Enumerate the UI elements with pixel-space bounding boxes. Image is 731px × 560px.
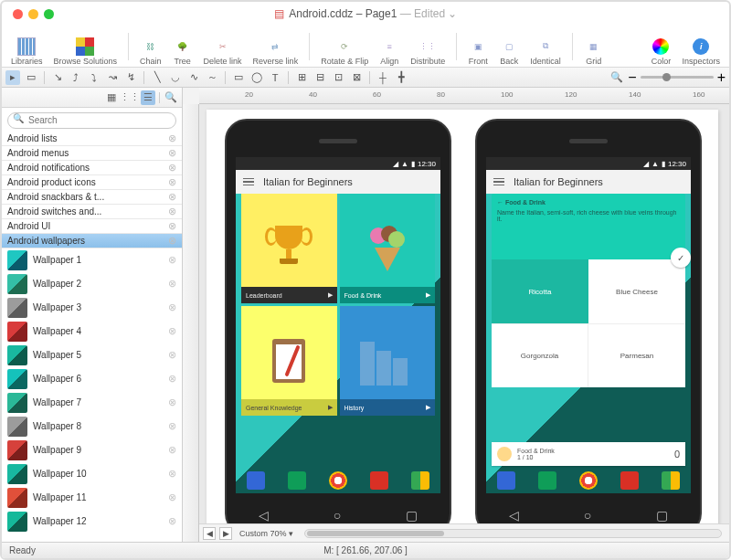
list-item[interactable]: Wallpaper 5⊗ [2, 343, 182, 367]
answer-blue-cheese[interactable]: Blue Cheese [588, 259, 685, 323]
close-icon[interactable]: ⊗ [168, 349, 176, 361]
cat-android-menus[interactable]: Android menus⊗ [2, 146, 182, 161]
close-icon[interactable]: ⊗ [168, 515, 176, 527]
search-input[interactable] [7, 112, 176, 129]
home-icon[interactable]: ○ [584, 508, 591, 523]
horizontal-scrollbar[interactable] [304, 529, 722, 538]
close-icon[interactable]: ⊗ [168, 235, 176, 247]
recents-icon[interactable]: ▢ [656, 508, 668, 523]
list-item[interactable]: Wallpaper 11⊗ [2, 486, 182, 510]
list-item[interactable]: Wallpaper 4⊗ [2, 320, 182, 343]
answer-parmesan[interactable]: Parmesan [588, 323, 685, 387]
rect-tool[interactable]: ▭ [231, 70, 246, 85]
back-icon[interactable]: ◁ [509, 508, 519, 523]
tile-history[interactable]: History▶ [340, 306, 436, 416]
side-search-toggle[interactable]: 🔍 [164, 90, 178, 105]
dock-icon[interactable] [579, 471, 598, 490]
close-icon[interactable]: ⊗ [168, 301, 176, 313]
list-item[interactable]: Wallpaper 9⊗ [2, 438, 182, 462]
page-name[interactable]: Page1 [366, 7, 397, 20]
pointer-tool[interactable]: ▸ [5, 70, 20, 85]
dock-icon[interactable] [497, 471, 515, 490]
hamburger-icon[interactable] [493, 178, 504, 186]
minimize-window[interactable] [28, 9, 38, 19]
close-window[interactable] [13, 9, 23, 19]
close-icon[interactable]: ⊗ [168, 162, 176, 174]
back-icon[interactable]: ◁ [259, 508, 269, 523]
dock-icon[interactable] [247, 471, 265, 490]
list-item[interactable]: Wallpaper 6⊗ [2, 367, 182, 391]
close-icon[interactable]: ⊗ [168, 132, 176, 144]
cat-android-notifications[interactable]: Android notifications⊗ [2, 161, 182, 175]
dock-icon[interactable] [329, 471, 347, 490]
list-item[interactable]: Wallpaper 3⊗ [2, 296, 182, 320]
list-item[interactable]: Wallpaper 12⊗ [2, 510, 182, 534]
tile-food-drink[interactable]: Food & Drink▶ [340, 194, 436, 303]
zoom-level[interactable]: Custom 70% ▾ [236, 529, 297, 538]
close-icon[interactable]: ⊗ [168, 220, 176, 232]
tile-general-knowledge[interactable]: General Knowledge▶ [241, 306, 337, 416]
close-icon[interactable]: ⊗ [168, 278, 176, 290]
identical-button[interactable]: ⧉Identical [526, 27, 565, 66]
zoom-plus[interactable]: + [717, 69, 726, 86]
libraries-button[interactable]: Libraries [7, 27, 47, 66]
back-button[interactable]: ▢Back [495, 27, 523, 66]
side-view-list[interactable]: ☰ [141, 90, 155, 105]
answer-ricotta[interactable]: Ricotta [492, 259, 588, 323]
arc-tool[interactable]: ◡ [168, 70, 183, 85]
close-icon[interactable]: ⊗ [168, 396, 176, 408]
snap-tool-3[interactable]: ⊡ [331, 70, 345, 85]
title-menu-icon[interactable]: ⌄ [448, 7, 457, 20]
zoom-window[interactable] [44, 9, 54, 19]
side-view-small[interactable]: ⋮⋮ [122, 90, 137, 105]
connector-tool-5[interactable]: ↯ [123, 70, 138, 85]
zoom-minus[interactable]: − [628, 69, 636, 86]
dock-icon[interactable] [370, 471, 388, 490]
cat-android-ui[interactable]: Android UI⊗ [2, 219, 182, 234]
close-icon[interactable]: ⊗ [168, 176, 176, 188]
connector-tool-1[interactable]: ↘ [50, 70, 65, 85]
snap-tool-2[interactable]: ⊟ [313, 70, 327, 85]
list-item[interactable]: Wallpaper 10⊗ [2, 462, 182, 486]
close-icon[interactable]: ⊗ [168, 373, 176, 385]
close-icon[interactable]: ⊗ [168, 325, 176, 337]
guide-tool-1[interactable]: ┼ [376, 70, 390, 85]
list-item[interactable]: Wallpaper 8⊗ [2, 415, 182, 438]
phone-mockup-1[interactable]: ◢ ▲ ▮ 12:30 Italian for Beginners [225, 119, 451, 523]
phone-mockup-2[interactable]: ◢ ▲ ▮ 12:30 Italian for Beginners [475, 119, 702, 523]
close-icon[interactable]: ⊗ [168, 420, 176, 432]
snap-tool-1[interactable]: ⊞ [294, 70, 309, 85]
close-icon[interactable]: ⊗ [168, 468, 176, 480]
zoom-out-icon[interactable]: 🔍 [609, 70, 624, 85]
spline-tool[interactable]: ∿ [186, 70, 201, 85]
side-view-large[interactable]: ▦ [104, 90, 119, 105]
connector-tool-4[interactable]: ↝ [105, 70, 120, 85]
select-tool[interactable]: ▭ [24, 70, 38, 85]
close-icon[interactable]: ⊗ [168, 206, 176, 217]
prev-page-button[interactable]: ◀ [203, 527, 216, 540]
close-icon[interactable]: ⊗ [168, 254, 176, 266]
edited-label[interactable]: — Edited [400, 7, 445, 20]
reverse-link-button[interactable]: ⇄Reverse link [249, 27, 302, 66]
color-button[interactable]: Color [647, 27, 674, 66]
guide-tool-2[interactable]: ╋ [394, 70, 408, 85]
home-icon[interactable]: ○ [334, 508, 341, 523]
cat-android-snackbars[interactable]: Android snackbars & t...⊗ [2, 190, 182, 205]
page[interactable]: ◢ ▲ ▮ 12:30 Italian for Beginners [207, 110, 718, 523]
grid-button[interactable]: ▦Grid [580, 27, 608, 66]
zoom-slider[interactable] [641, 76, 714, 79]
list-item[interactable]: Wallpaper 2⊗ [2, 272, 182, 296]
snap-tool-4[interactable]: ⊠ [349, 70, 364, 85]
connector-tool-3[interactable]: ⤵ [87, 70, 101, 85]
close-icon[interactable]: ⊗ [168, 444, 176, 456]
answer-gorgonzola[interactable]: Gorgonzola [492, 323, 588, 387]
bezier-tool[interactable]: ～ [205, 70, 219, 85]
tile-leaderboard[interactable]: Leaderboard▶ [241, 194, 337, 303]
rotate-flip-button[interactable]: ⟳Rotate & Flip [317, 27, 372, 66]
dock-icon[interactable] [288, 471, 306, 490]
dock-icon[interactable] [411, 471, 429, 490]
connector-tool-2[interactable]: ⤴ [69, 70, 83, 85]
dock-icon[interactable] [662, 471, 680, 490]
quiz-back[interactable]: ← Food & Drink [497, 199, 680, 206]
recents-icon[interactable]: ▢ [406, 508, 418, 523]
